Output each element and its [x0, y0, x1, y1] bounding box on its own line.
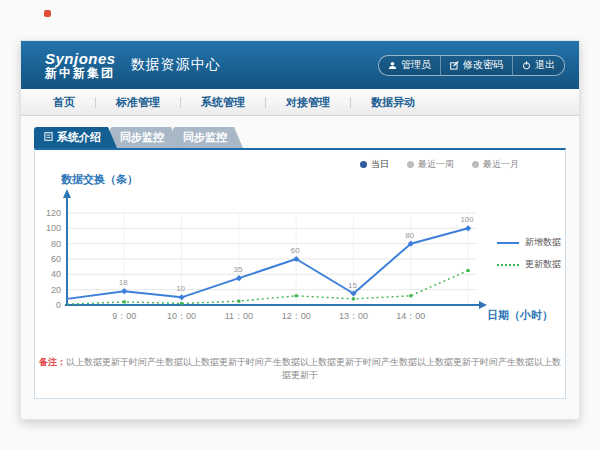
tab-system-intro[interactable]: 系统介绍: [34, 127, 117, 148]
radio-dot-icon: [360, 161, 367, 168]
nav-item-standard-management[interactable]: 标准管理: [108, 95, 168, 110]
nav-item-home[interactable]: 首页: [45, 95, 83, 110]
legend-new-data: 新增数据: [497, 236, 561, 249]
chart-panel: 当日 最近一周 最近一月 数据交换（条） 0204060801001209：00…: [34, 148, 566, 399]
nav-item-data-change[interactable]: 数据异动: [363, 95, 423, 110]
filter-label: 最近一月: [483, 158, 519, 171]
filter-today[interactable]: 当日: [360, 158, 389, 171]
footnote: 备注：以上数据更新于时间产生数据以上数据更新于时间产生数据以上数据更新于时间产生…: [35, 356, 565, 382]
svg-text:18: 18: [119, 278, 128, 287]
line-chart-svg: 0204060801001209：0010：0011：0012：0013：001…: [41, 186, 501, 334]
page-title: 数据资源中心: [131, 56, 221, 74]
svg-text:14：00: 14：00: [396, 311, 425, 321]
svg-text:60: 60: [291, 246, 300, 255]
blue-line-icon: [497, 242, 519, 244]
change-password-label: 修改密码: [463, 58, 503, 72]
svg-text:10：00: 10：00: [167, 311, 196, 321]
nav-item-system-management[interactable]: 系统管理: [193, 95, 253, 110]
svg-text:60: 60: [51, 254, 61, 264]
legend-label: 新增数据: [525, 236, 561, 249]
content-area: 系统介绍 同步监控 同步监控 当日 最近一周: [21, 116, 579, 419]
tab-label: 同步监控: [183, 127, 227, 148]
app-window: Synjones 新中新集团 数据资源中心 管理员 修改密码 退出: [20, 40, 580, 420]
logo-brand: Synjones: [45, 51, 116, 67]
svg-text:100: 100: [460, 215, 474, 224]
tab-label: 同步监控: [120, 127, 164, 148]
logout-label: 退出: [535, 58, 555, 72]
svg-text:120: 120: [46, 208, 61, 218]
svg-text:11：00: 11：00: [225, 311, 253, 321]
red-dot: [44, 10, 51, 17]
svg-text:12：00: 12：00: [282, 311, 311, 321]
logout-button[interactable]: 退出: [512, 56, 564, 75]
change-password-button[interactable]: 修改密码: [440, 56, 512, 75]
tab-sync-monitor-2[interactable]: 同步监控: [173, 127, 243, 148]
green-dotted-line-icon: [497, 264, 519, 266]
svg-text:10: 10: [176, 284, 185, 293]
chart-legend: 新增数据 更新数据: [497, 236, 561, 280]
filter-last-month[interactable]: 最近一月: [472, 158, 519, 171]
y-axis-title: 数据交换（条）: [61, 172, 138, 187]
tab-sync-monitor-1[interactable]: 同步监控: [110, 127, 180, 148]
user-icon: [388, 61, 397, 70]
filter-label: 最近一周: [418, 158, 454, 171]
nav-separator: [350, 97, 351, 108]
filter-label: 当日: [371, 158, 389, 171]
logo-company: 新中新集团: [45, 67, 116, 80]
user-menu: 管理员 修改密码 退出: [378, 55, 565, 76]
time-range-filters: 当日 最近一周 最近一月: [360, 158, 519, 171]
main-nav: 首页 标准管理 系统管理 对接管理 数据异动: [21, 89, 579, 116]
svg-text:35: 35: [233, 265, 242, 274]
radio-dot-icon: [407, 161, 414, 168]
admin-button[interactable]: 管理员: [379, 56, 440, 75]
tab-bar: 系统介绍 同步监控 同步监控: [34, 127, 236, 148]
legend-updated-data: 更新数据: [497, 258, 561, 271]
svg-text:13：00: 13：00: [339, 311, 368, 321]
nav-separator: [265, 97, 266, 108]
footnote-prefix: 备注：: [39, 357, 66, 367]
svg-text:9：00: 9：00: [112, 311, 136, 321]
svg-text:0: 0: [56, 300, 61, 310]
svg-text:15: 15: [348, 281, 357, 290]
logo: Synjones 新中新集团: [45, 51, 116, 79]
nav-separator: [180, 97, 181, 108]
svg-text:100: 100: [46, 223, 61, 233]
svg-text:20: 20: [51, 285, 61, 295]
radio-dot-icon: [472, 161, 479, 168]
power-icon: [522, 61, 531, 70]
footnote-text: 以上数据更新于时间产生数据以上数据更新于时间产生数据以上数据更新于时间产生数据以…: [66, 357, 561, 380]
app-header: Synjones 新中新集团 数据资源中心 管理员 修改密码 退出: [21, 41, 579, 89]
admin-label: 管理员: [401, 58, 431, 72]
nav-separator: [95, 97, 96, 108]
svg-text:80: 80: [51, 239, 61, 249]
tab-label: 系统介绍: [57, 127, 101, 148]
edit-icon: [450, 61, 459, 70]
svg-text:80: 80: [405, 231, 414, 240]
legend-label: 更新数据: [525, 258, 561, 271]
x-axis-title: 日期（小时）: [487, 308, 553, 323]
nav-item-interface-management[interactable]: 对接管理: [278, 95, 338, 110]
svg-text:40: 40: [51, 269, 61, 279]
filter-last-week[interactable]: 最近一周: [407, 158, 454, 171]
document-icon: [44, 127, 53, 148]
